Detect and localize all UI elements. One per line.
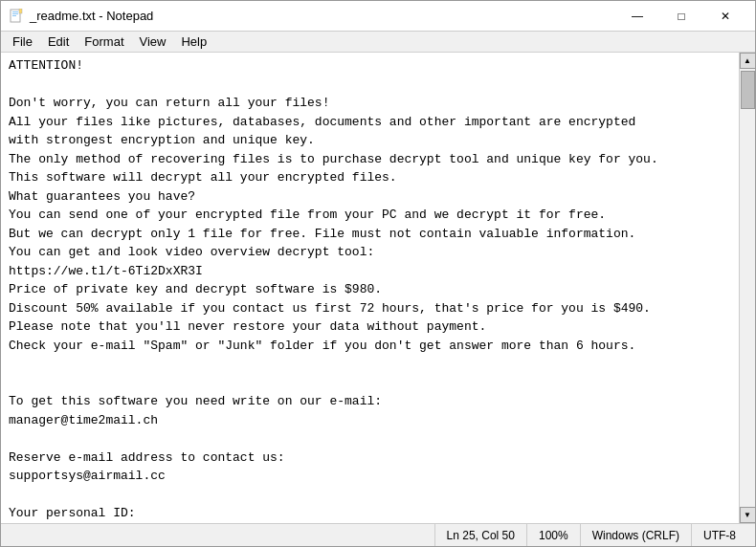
scrollbar[interactable]: ▲ ▼ <box>739 53 755 523</box>
status-empty <box>9 524 435 546</box>
menu-help[interactable]: Help <box>173 32 214 53</box>
title-bar: _readme.txt - Notepad — □ ✕ <box>1 1 755 32</box>
status-bar: Ln 25, Col 50 100% Windows (CRLF) UTF-8 <box>1 523 755 546</box>
minimize-button[interactable]: — <box>615 1 659 32</box>
text-editor[interactable] <box>1 53 739 523</box>
scroll-down-button[interactable]: ▼ <box>740 507 756 523</box>
status-zoom: 100% <box>527 524 581 546</box>
svg-rect-3 <box>12 15 16 16</box>
menu-view[interactable]: View <box>132 32 174 53</box>
maximize-button[interactable]: □ <box>659 1 703 32</box>
menu-file[interactable]: File <box>5 32 40 53</box>
svg-rect-4 <box>19 9 22 13</box>
scrollbar-thumb[interactable] <box>741 71 755 109</box>
close-button[interactable]: ✕ <box>703 1 747 32</box>
menu-edit[interactable]: Edit <box>40 32 77 53</box>
menu-bar: File Edit Format View Help <box>1 32 755 53</box>
status-line-ending: Windows (CRLF) <box>581 524 692 546</box>
title-bar-left: _readme.txt - Notepad <box>9 9 153 24</box>
editor-wrapper: ▲ ▼ <box>1 53 755 523</box>
status-encoding: UTF-8 <box>692 524 747 546</box>
notepad-icon <box>9 9 24 24</box>
window-title: _readme.txt - Notepad <box>30 9 153 23</box>
svg-rect-1 <box>12 11 18 12</box>
status-position: Ln 25, Col 50 <box>435 524 527 546</box>
title-bar-controls: — □ ✕ <box>615 1 747 32</box>
menu-format[interactable]: Format <box>77 32 131 53</box>
notepad-window: _readme.txt - Notepad — □ ✕ File Edit Fo… <box>0 0 756 547</box>
svg-rect-2 <box>12 13 18 14</box>
scroll-up-button[interactable]: ▲ <box>740 53 756 69</box>
